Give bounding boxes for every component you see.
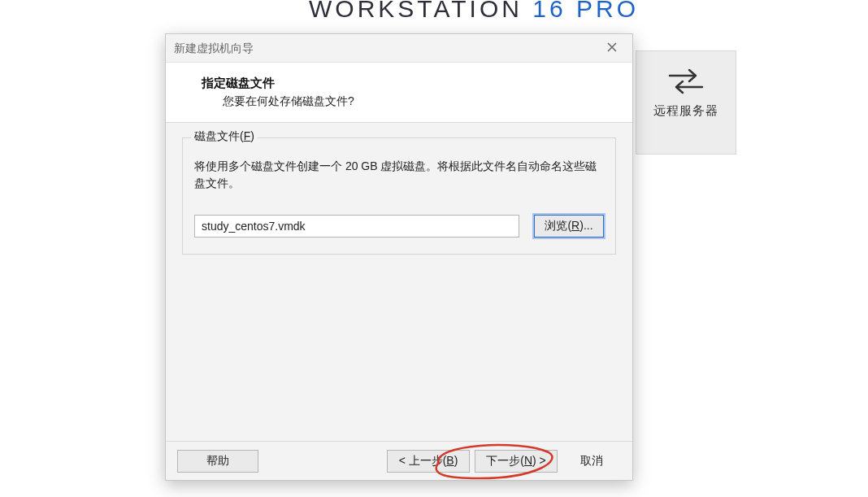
disk-file-row: 浏览(R)... bbox=[194, 215, 604, 238]
browse-button[interactable]: 浏览(R)... bbox=[534, 215, 604, 238]
back-button[interactable]: < 上一步(B) bbox=[387, 450, 470, 473]
help-button[interactable]: 帮助 bbox=[177, 450, 258, 473]
close-button[interactable] bbox=[597, 34, 627, 62]
header-title: 指定磁盘文件 bbox=[177, 76, 621, 91]
brand-text: WORKSTATION 16 PRO bbox=[309, 0, 639, 23]
dialog-title: 新建虚拟机向导 bbox=[174, 41, 254, 54]
remote-server-card[interactable]: 远程服务器 bbox=[636, 50, 736, 155]
brand-word-2: 16 bbox=[532, 0, 566, 22]
dialog-body: 磁盘文件(F) 将使用多个磁盘文件创建一个 20 GB 虚拟磁盘。将根据此文件名… bbox=[166, 123, 632, 263]
brand-word-3: PRO bbox=[576, 0, 639, 22]
next-button[interactable]: 下一步(N) > bbox=[475, 450, 558, 473]
new-vm-wizard-dialog: 新建虚拟机向导 指定磁盘文件 您要在何处存储磁盘文件? 磁盘文件(F) 将使用多… bbox=[165, 33, 633, 481]
connect-arrows-icon bbox=[666, 66, 705, 95]
disk-file-input[interactable] bbox=[194, 215, 519, 238]
dialog-titlebar: 新建虚拟机向导 bbox=[166, 34, 632, 63]
disk-file-group: 磁盘文件(F) 将使用多个磁盘文件创建一个 20 GB 虚拟磁盘。将根据此文件名… bbox=[182, 137, 616, 255]
remote-server-label: 远程服务器 bbox=[636, 103, 736, 119]
disk-file-description: 将使用多个磁盘文件创建一个 20 GB 虚拟磁盘。将根据此文件名自动命名这些磁盘… bbox=[194, 158, 604, 192]
dialog-header: 指定磁盘文件 您要在何处存储磁盘文件? bbox=[166, 63, 632, 123]
dialog-footer: 帮助 < 上一步(B) 下一步(N) > 取消 bbox=[166, 441, 632, 480]
cancel-button[interactable]: 取消 bbox=[562, 450, 621, 473]
disk-file-legend: 磁盘文件(F) bbox=[191, 129, 258, 144]
close-icon bbox=[607, 42, 617, 52]
header-subtitle: 您要在何处存储磁盘文件? bbox=[177, 91, 621, 109]
brand-word-1: WORKSTATION bbox=[309, 0, 523, 22]
